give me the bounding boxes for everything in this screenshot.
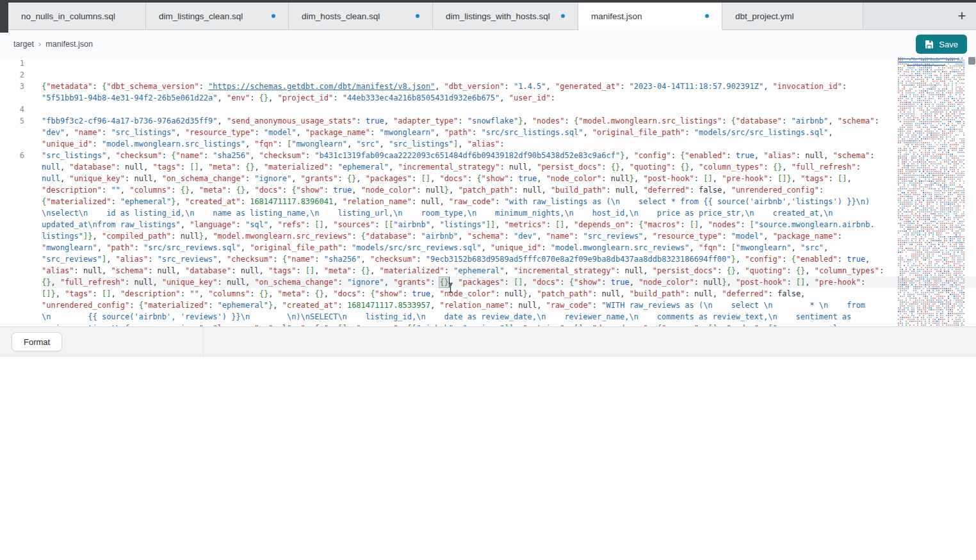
tab-dim-listings-with-hosts-sql[interactable]: dim_listings_with_hosts.sql xyxy=(433,3,578,30)
breadcrumb: target › manifest.json xyxy=(13,39,93,49)
code-row[interactable]: "description": "", "columns": {}, "meta"… xyxy=(42,184,976,196)
code-content[interactable]: {"metadata": {"dbt_schema_version": "htt… xyxy=(42,58,976,326)
new-tab-button[interactable]: + xyxy=(953,7,971,25)
line-number xyxy=(0,288,24,300)
code-row[interactable]: \nselect\n id as listing_id,\n name as l… xyxy=(42,207,976,219)
line-number xyxy=(0,173,24,184)
tab-no-nulls-in-columns-sql[interactable]: no_nulls_in_columns.sql xyxy=(8,3,146,30)
line-number: 1 xyxy=(0,58,24,69)
toolbar-divider xyxy=(203,327,204,356)
code-row[interactable]: []}, "tags": [], "description": "", "col… xyxy=(42,288,976,300)
code-row[interactable] xyxy=(42,104,976,115)
tab-label: dim_hosts_clean.sql xyxy=(302,12,380,21)
line-number: 2 xyxy=(0,69,24,81)
minimap[interactable] xyxy=(898,58,966,326)
tab-dbt-project-yml[interactable]: dbt_project.yml xyxy=(722,3,863,30)
matching-bracket-highlight xyxy=(439,277,448,287)
tab-label: manifest.json xyxy=(591,12,642,21)
line-number: 5 xyxy=(0,115,24,127)
text-caret xyxy=(449,277,450,287)
line-number xyxy=(0,300,24,311)
line-number xyxy=(0,184,24,196)
code-row[interactable]: "unrendered_config": {"materialized": "e… xyxy=(42,300,976,311)
tab-manifest-json[interactable]: manifest.json xyxy=(578,3,722,30)
line-number: 4 xyxy=(0,104,24,115)
code-row[interactable]: null, "database": null, "tags": [], "met… xyxy=(42,161,976,173)
format-button[interactable]: Format xyxy=(12,332,62,351)
ide-window: no_nulls_in_columns.sqldim_listings_clea… xyxy=(0,0,976,560)
code-row[interactable]: "unique_id": "model.mwonglearn.src_listi… xyxy=(42,138,976,150)
code-row[interactable]: null, "unique_key": null, "on_schema_cha… xyxy=(42,173,976,184)
breadcrumb-file: manifest.json xyxy=(45,40,93,49)
line-number xyxy=(0,127,24,138)
line-number-gutter: 123456 xyxy=(0,58,33,326)
window-edge-left xyxy=(0,0,8,33)
code-row[interactable]: "fbb9f3c2-cf96-4a17-b736-976a62d35ff9", … xyxy=(42,115,976,127)
code-row[interactable]: updated_at\nfrom raw_listings", "languag… xyxy=(42,219,976,230)
line-number: 3 xyxy=(0,81,24,92)
modified-indicator-dot xyxy=(705,14,709,18)
line-number xyxy=(0,242,24,253)
modified-indicator-dot xyxy=(416,14,419,18)
modified-indicator-dot xyxy=(272,14,275,18)
code-row[interactable] xyxy=(42,58,976,69)
code-editor: 123456 {"metadata": {"dbt_schema_version… xyxy=(0,58,976,326)
line-number xyxy=(0,207,24,219)
chevron-right-icon: › xyxy=(38,39,41,49)
line-number: 6 xyxy=(0,150,24,161)
code-row[interactable]: \n {{ source('airbnb', 'reviews') }}\n \… xyxy=(42,311,976,323)
code-row[interactable] xyxy=(42,69,976,81)
line-number xyxy=(0,196,24,207)
line-number xyxy=(0,230,24,242)
line-number xyxy=(0,161,24,173)
line-number xyxy=(0,138,24,150)
save-floppy-icon xyxy=(925,40,934,49)
code-row[interactable]: {"materialized": "ephemeral"}, "created_… xyxy=(42,196,976,207)
code-row[interactable]: "5f51bb91-94b8-4e31-94f2-26b5e061d22a", … xyxy=(42,92,976,104)
code-row[interactable]: "dev", "name": "src_listings", "resource… xyxy=(42,127,976,138)
line-number xyxy=(0,276,24,288)
save-button[interactable]: Save xyxy=(916,35,967,54)
tab-bar-filler: + xyxy=(863,3,976,30)
line-number xyxy=(0,253,24,265)
modified-indicator-dot xyxy=(561,14,565,18)
code-row[interactable]: "mwonglearn", "path": "src/src_reviews.s… xyxy=(42,242,976,253)
code-row[interactable]: "alias": null, "schema": null, "database… xyxy=(42,265,976,276)
tab-dim-listings-clean-sql[interactable]: dim_listings_clean.sql xyxy=(146,3,289,30)
line-number xyxy=(0,92,24,104)
breadcrumb-folder[interactable]: target xyxy=(13,40,34,49)
line-number xyxy=(0,265,24,276)
editor-scrollbar-thumb[interactable] xyxy=(968,57,975,65)
line-number xyxy=(0,219,24,230)
bottom-toolbar: Format xyxy=(0,326,976,356)
results-panel xyxy=(0,356,976,560)
tab-dim-hosts-clean-sql[interactable]: dim_hosts_clean.sql xyxy=(289,3,433,30)
tab-label: no_nulls_in_columns.sql xyxy=(21,12,115,21)
code-row[interactable]: listings"]}, "compiled_path": null}, "mo… xyxy=(42,230,976,242)
tab-label: dim_listings_with_hosts.sql xyxy=(446,12,550,21)
save-button-label: Save xyxy=(939,40,958,49)
code-row[interactable]: "src_reviews"], "alias": "src_reviews", … xyxy=(42,253,976,265)
tab-label: dim_listings_clean.sql xyxy=(159,12,243,21)
breadcrumb-bar: target › manifest.json Save xyxy=(0,30,976,58)
tab-bar: no_nulls_in_columns.sqldim_listings_clea… xyxy=(8,3,976,30)
code-row[interactable]: {"metadata": {"dbt_schema_version": "htt… xyxy=(42,81,976,92)
window-edge-top xyxy=(0,0,976,3)
code-row[interactable]: "src_listings", "checksum": {"name": "sh… xyxy=(42,150,976,161)
tab-label: dbt_project.yml xyxy=(735,12,794,21)
code-row[interactable]: {}, "full_refresh": null, "unique_key": … xyxy=(42,276,976,288)
line-number xyxy=(0,311,24,323)
